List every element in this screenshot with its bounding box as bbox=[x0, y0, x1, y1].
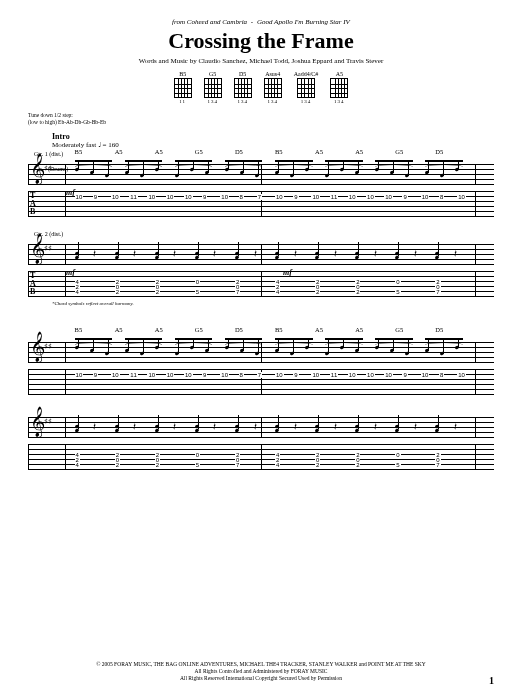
tab-number: 5 bbox=[195, 289, 200, 295]
staff-gtr2-sys2: 𝄞♯♯𝄽𝄽𝄽𝄽𝄽𝄽𝄽𝄽𝄽𝄽 bbox=[28, 411, 494, 439]
chord-diagram: Asus4 134 bbox=[264, 71, 282, 104]
chord-name: D5 bbox=[239, 71, 246, 77]
chord-symbol: G5 bbox=[195, 326, 203, 333]
chord-fingering: 134 bbox=[267, 99, 278, 104]
tab-number: 8 bbox=[439, 372, 444, 378]
chord-symbol: A5 bbox=[315, 148, 323, 155]
chord-symbol: B5 bbox=[275, 148, 283, 155]
tab-number: 10 bbox=[220, 194, 229, 200]
key-signature: ♯♯ bbox=[44, 417, 52, 426]
treble-clef-icon: 𝄞 bbox=[30, 334, 45, 360]
staff-gtr2-sys1: mf mf 𝄞♯♯𝄽𝄽𝄽𝄽𝄽𝄽𝄽𝄽𝄽𝄽 bbox=[28, 238, 494, 266]
tab-number: 10 bbox=[111, 372, 120, 378]
system-2: 𝄞♯♯B5A5A5G5D5B5A5A5G5D5 1091011101010910… bbox=[28, 336, 494, 472]
tab-number: 5 bbox=[395, 462, 400, 468]
tuning-block: Tune down 1/2 step: (low to high) Eb-Ab-… bbox=[28, 112, 494, 126]
tab-number: 11 bbox=[129, 194, 138, 200]
chord-diagram-row: B5 11G5 134D5 134Asus4 134Aadd4/C# 134A5 bbox=[28, 71, 494, 104]
chord-symbol: D5 bbox=[235, 148, 243, 155]
copyright-block: © 2005 FORAY MUSIC, THE BAG ONLINE ADVEN… bbox=[0, 661, 522, 682]
tab-number: 10 bbox=[184, 194, 193, 200]
page-number: 1 bbox=[489, 675, 494, 686]
tab-number: 10 bbox=[421, 372, 430, 378]
tab-number: 2 bbox=[355, 462, 360, 468]
section-label: Intro bbox=[52, 132, 494, 141]
chord-fingering: 134 bbox=[207, 99, 218, 104]
tab-number: 2 bbox=[315, 462, 320, 468]
chord-symbol: D5 bbox=[435, 148, 443, 155]
system-1: Gtr. 1 (dist.) mf (Drums) 𝄞♯♯B5A5A5G5D5B… bbox=[28, 151, 494, 306]
tab-number: 9 bbox=[293, 194, 298, 200]
chord-symbol: G5 bbox=[395, 148, 403, 155]
tab-number: 7 bbox=[257, 194, 262, 200]
chord-symbol: A5 bbox=[355, 148, 363, 155]
tuning-line1: Tune down 1/2 step: bbox=[28, 112, 494, 119]
tab-number: 9 bbox=[202, 194, 207, 200]
chord-fingering: 134 bbox=[301, 99, 312, 104]
chord-grid bbox=[264, 78, 282, 98]
tab-number: 10 bbox=[348, 372, 357, 378]
tab-number: 7 bbox=[235, 462, 240, 468]
tab-number: 10 bbox=[366, 194, 375, 200]
chord-name: Asus4 bbox=[265, 71, 280, 77]
chord-symbol: A5 bbox=[115, 148, 123, 155]
chord-symbol: A5 bbox=[155, 326, 163, 333]
tab-number: 10 bbox=[384, 372, 393, 378]
tab-number: 5 bbox=[395, 289, 400, 295]
chord-symbol: B5 bbox=[75, 148, 83, 155]
chord-symbol: A5 bbox=[355, 326, 363, 333]
chord-grid bbox=[174, 78, 192, 98]
staff-gtr1-sys1: mf (Drums) 𝄞♯♯B5A5A5G5D5B5A5A5G5D5 bbox=[28, 158, 494, 186]
tab-number: 10 bbox=[384, 194, 393, 200]
tab-number: 9 bbox=[402, 194, 407, 200]
tab-number: 11 bbox=[129, 372, 138, 378]
tab-number: 10 bbox=[147, 372, 156, 378]
tab-number: 10 bbox=[366, 372, 375, 378]
tab-number: 10 bbox=[184, 372, 193, 378]
tab-number: 10 bbox=[147, 194, 156, 200]
tab-number: 9 bbox=[202, 372, 207, 378]
tab-number: 7 bbox=[435, 462, 440, 468]
tab-number: 2 bbox=[115, 289, 120, 295]
chord-fingering: 134 bbox=[237, 99, 248, 104]
chord-grid bbox=[234, 78, 252, 98]
chord-grid bbox=[297, 78, 315, 98]
chord-diagram: D5 134 bbox=[234, 71, 252, 104]
harmony-footnote: *Chord symbols reflect overall harmony. bbox=[52, 301, 494, 306]
source-album: Good Apollo I'm Burning Star IV bbox=[257, 18, 350, 26]
chord-name: B5 bbox=[179, 71, 186, 77]
tab-number: 10 bbox=[220, 372, 229, 378]
tab-number: 2 bbox=[155, 462, 160, 468]
source-artist: from Coheed and Cambria bbox=[172, 18, 247, 26]
tab-number: 9 bbox=[402, 372, 407, 378]
chord-diagram: B5 11 bbox=[174, 71, 192, 104]
chord-symbol: A5 bbox=[115, 326, 123, 333]
treble-clef-icon: 𝄞 bbox=[30, 156, 45, 182]
copyright-line2: All Rights Controlled and Administered b… bbox=[0, 668, 522, 675]
dash-separator: - bbox=[251, 18, 255, 26]
tab-number: 8 bbox=[239, 372, 244, 378]
chord-fingering: 11 bbox=[179, 99, 186, 104]
gtr2-label: Gtr. 2 (dist.) bbox=[34, 231, 494, 237]
tab-number: 11 bbox=[330, 372, 339, 378]
tab-number: 11 bbox=[330, 194, 339, 200]
tab-number: 10 bbox=[166, 372, 175, 378]
tab-number: 9 bbox=[93, 194, 98, 200]
tab-number: 10 bbox=[111, 194, 120, 200]
tab-number: 10 bbox=[421, 194, 430, 200]
tab-number: 9 bbox=[293, 372, 298, 378]
tab-number: 4 bbox=[275, 289, 280, 295]
tab-number: 8 bbox=[239, 194, 244, 200]
chord-symbol: B5 bbox=[75, 326, 83, 333]
chord-diagram: A5 134 bbox=[330, 71, 348, 104]
chord-name: A5 bbox=[336, 71, 343, 77]
tab-label-b: B bbox=[30, 208, 35, 216]
chord-name: G5 bbox=[209, 71, 216, 77]
tab-number: 10 bbox=[457, 372, 466, 378]
tab-gtr2-sys1: TAB4242022020520742420220205207 bbox=[28, 269, 494, 299]
chord-symbol: G5 bbox=[395, 326, 403, 333]
tab-number: 10 bbox=[75, 194, 84, 200]
chord-diagram: G5 134 bbox=[204, 71, 222, 104]
tab-number: 10 bbox=[166, 194, 175, 200]
tab-number: 2 bbox=[315, 289, 320, 295]
